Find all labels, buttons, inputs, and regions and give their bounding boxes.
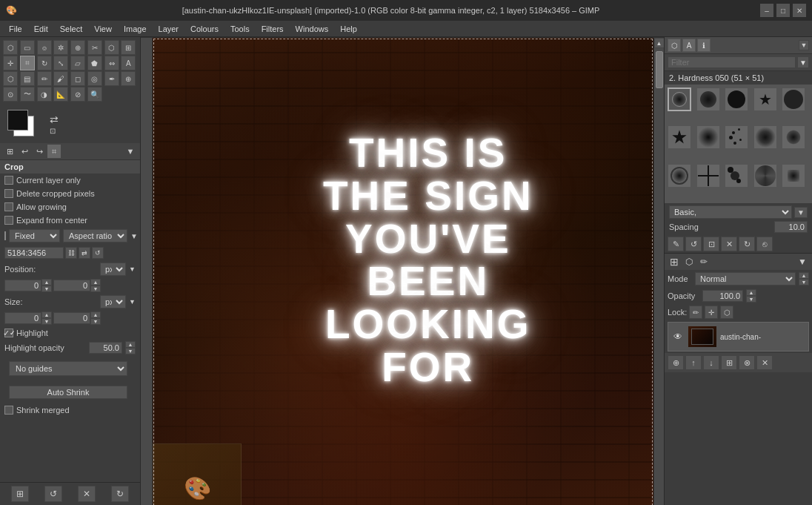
layers-panel-expand-button[interactable]: ▼ — [796, 255, 809, 268]
brush-item-7[interactable] — [696, 125, 720, 149]
brush-item-1[interactable] — [668, 88, 691, 111]
expand-from-center-checkbox[interactable] — [4, 216, 13, 225]
position-x-down[interactable]: ▼ — [41, 285, 52, 292]
mode-down-button[interactable]: ▼ — [799, 279, 809, 285]
layers-icon-channels[interactable]: ⬡ — [682, 255, 696, 268]
tool-paintbrush[interactable]: 🖌 — [53, 71, 68, 86]
position-y-down[interactable]: ▼ — [90, 285, 101, 292]
panel-icon-new[interactable]: ⊞ — [3, 145, 16, 158]
aspect-ratio-select[interactable]: Aspect ratio Size Width Height — [63, 229, 127, 242]
new-image-button[interactable]: ⊞ — [11, 486, 29, 502]
layer-lower-button[interactable]: ↓ — [703, 355, 719, 370]
position-unit-select[interactable]: px mm cm — [100, 263, 126, 276]
lock-alpha-button[interactable]: ⬡ — [720, 306, 733, 319]
brush-copy-btn[interactable]: ⊡ — [703, 237, 719, 251]
tool-lasso[interactable]: ⌾ — [37, 40, 52, 55]
tool-iscissors[interactable]: ✂ — [87, 40, 102, 55]
tool-bucket[interactable]: ⬡ — [3, 71, 18, 86]
position-y-input[interactable] — [53, 280, 90, 291]
tool-smudge[interactable]: 〜 — [20, 87, 35, 102]
tool-move[interactable]: ✛ — [3, 56, 18, 70]
tool-heal[interactable]: ⊕ — [121, 71, 136, 86]
fg-color-swatch[interactable] — [7, 110, 28, 131]
tool-perspective[interactable]: ⬟ — [87, 56, 102, 70]
layers-icon-paths[interactable]: ✏ — [697, 255, 710, 268]
brush-item-12[interactable] — [696, 164, 720, 188]
brush-filter-arrow[interactable]: ▼ — [797, 56, 809, 68]
reset-colors-button[interactable]: ⊡ — [50, 127, 59, 135]
brush-spacing-input[interactable] — [774, 221, 808, 233]
menu-windows[interactable]: Windows — [290, 23, 335, 35]
tool-measure[interactable]: 📐 — [53, 87, 68, 102]
brush-item-9[interactable] — [753, 125, 777, 149]
brush-delete-btn[interactable]: ✕ — [721, 237, 737, 251]
restore-button[interactable]: ↻ — [111, 486, 129, 502]
panel-icon-open[interactable]: ↩ — [18, 145, 31, 158]
menu-colours[interactable]: Colours — [184, 23, 224, 35]
brush-item-5[interactable] — [782, 88, 805, 111]
panel-expand-button[interactable]: ▼ — [124, 145, 137, 158]
fixed-checkbox[interactable] — [4, 231, 6, 240]
delete-image-button[interactable]: ✕ — [78, 486, 96, 502]
tool-foreground-select[interactable]: ⬡ — [104, 40, 119, 55]
highlight-checkbox[interactable]: ✓ — [4, 329, 13, 337]
position-x-up[interactable]: ▲ — [41, 279, 52, 285]
guides-select[interactable]: No guides Center lines Rule of thirds Go… — [9, 361, 127, 376]
opacity-up-button[interactable]: ▲ — [746, 289, 756, 296]
mode-up-button[interactable]: ▲ — [799, 272, 809, 279]
tool-pencil[interactable]: ✏ — [37, 71, 52, 86]
menu-select[interactable]: Select — [54, 23, 89, 35]
delete-cropped-pixels-checkbox[interactable] — [4, 189, 13, 198]
dimension-input[interactable] — [4, 247, 64, 259]
size-unit-select[interactable]: px mm cm — [100, 295, 126, 308]
tool-ink[interactable]: ✒ — [104, 71, 119, 86]
brush-item-2[interactable] — [696, 88, 720, 111]
tool-color-select[interactable]: ⊕ — [70, 40, 85, 55]
tool-zoom[interactable]: 🔍 — [87, 87, 102, 102]
brush-preset-select[interactable]: Basic, Sketch — [669, 205, 792, 219]
panel-icon-crop-tool[interactable]: ⌗ — [47, 145, 61, 158]
layers-icon-layers[interactable]: ⊞ — [668, 255, 681, 268]
layer-duplicate-button[interactable]: ⊞ — [721, 355, 737, 370]
brush-reset-btn[interactable]: ↺ — [685, 237, 702, 251]
tool-airbrush[interactable]: ◎ — [87, 71, 102, 86]
size-h-down[interactable]: ▼ — [90, 318, 101, 325]
tool-rect-select[interactable]: ▭ — [20, 40, 35, 55]
brush-preset-arrow[interactable]: ▼ — [794, 207, 808, 218]
layer-item[interactable]: 👁 austin-chan- — [668, 322, 809, 351]
brush-item-6[interactable] — [668, 125, 691, 149]
brush-item-14[interactable] — [753, 164, 777, 188]
tool-rotate[interactable]: ↻ — [37, 56, 52, 70]
tool-shear[interactable]: ▱ — [70, 56, 85, 70]
close-button[interactable]: ✕ — [793, 4, 806, 17]
maximize-button[interactable]: □ — [776, 4, 790, 17]
brush-item-4[interactable]: ★ — [753, 88, 777, 111]
mode-select[interactable]: Normal Multiply Screen Overlay — [695, 272, 796, 285]
brush-item-15[interactable] — [782, 164, 805, 188]
canvas-image-area[interactable]: 🎨 THIS IS THE SIGN YOU'VE BEEN LOOKING F… — [153, 38, 664, 505]
tool-colorpicker[interactable]: ⊘ — [70, 87, 85, 102]
layer-delete-button[interactable]: ✕ — [756, 355, 773, 370]
chain-link-icon[interactable]: ⛓ — [65, 247, 77, 259]
tool-scale[interactable]: ⤡ — [53, 56, 68, 70]
auto-shrink-button[interactable]: Auto Shrink — [9, 386, 127, 399]
tool-crop[interactable]: ⌗ — [20, 56, 35, 70]
brush-item-8[interactable] — [725, 125, 748, 149]
brush-redo-btn[interactable]: ↻ — [739, 237, 755, 251]
highlight-opacity-up[interactable]: ▲ — [125, 341, 136, 348]
highlight-opacity-down[interactable]: ▼ — [125, 348, 136, 354]
canvas-vscrollbar[interactable]: ▲ ▼ — [653, 38, 664, 505]
size-w-up[interactable]: ▲ — [41, 311, 52, 318]
tool-gradient[interactable]: ▤ — [20, 71, 35, 86]
vscroll-thumb[interactable] — [656, 51, 663, 88]
layer-raise-button[interactable]: ↑ — [685, 355, 702, 370]
brush-edit-btn[interactable]: ✎ — [668, 237, 684, 251]
swap-dimension-icon[interactable]: ⇄ — [79, 247, 90, 259]
position-x-input[interactable] — [4, 280, 41, 291]
menu-view[interactable]: View — [88, 23, 118, 35]
tool-fuzzy-select[interactable]: ✲ — [53, 40, 68, 55]
gimp-prefs-button[interactable]: ↺ — [44, 486, 62, 502]
panel-icon-save[interactable]: ↪ — [33, 145, 46, 158]
layer-merge-button[interactable]: ⊗ — [739, 355, 755, 370]
restore-dimension-icon[interactable]: ↺ — [92, 247, 104, 259]
